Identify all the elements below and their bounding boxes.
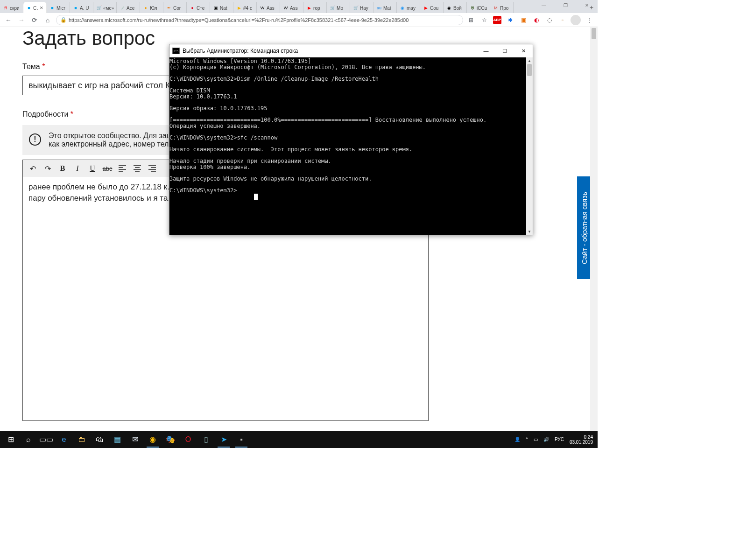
- bold-button[interactable]: B: [56, 162, 70, 175]
- taskbar-opera[interactable]: O: [179, 432, 197, 448]
- browser-tab[interactable]: ■A. U: [70, 2, 93, 13]
- taskbar-start[interactable]: ⊞: [2, 432, 20, 448]
- page-scrollbar[interactable]: [590, 27, 598, 431]
- people-icon[interactable]: 👤: [514, 437, 520, 442]
- cmd-maximize-button[interactable]: ☐: [495, 44, 514, 57]
- browser-tab[interactable]: ■С…✕: [23, 2, 47, 13]
- redo-button[interactable]: ↷: [41, 162, 55, 175]
- taskbar-explorer[interactable]: 🗀: [73, 432, 91, 448]
- window-controls: — ❐ ✕: [533, 0, 598, 10]
- browser-tab[interactable]: 🛒Мо: [327, 2, 350, 13]
- address-bar[interactable]: 🔒 https://answers.microsoft.com/ru-ru/ne…: [56, 15, 463, 25]
- scroll-up-icon[interactable]: ▲: [526, 57, 533, 64]
- taskbar-chrome[interactable]: ◉: [144, 432, 162, 448]
- browser-tab[interactable]: ⛨iCCu: [467, 2, 490, 13]
- back-button[interactable]: ←: [4, 15, 13, 25]
- tab-label: Micr: [56, 6, 68, 11]
- browser-tab[interactable]: ▶гор: [303, 2, 327, 13]
- tab-close-icon[interactable]: ✕: [40, 6, 44, 10]
- taskbar-search[interactable]: ⌕: [20, 432, 37, 448]
- taskbar-store[interactable]: 🛍: [91, 432, 108, 448]
- favicon: au: [376, 5, 382, 11]
- tab-label: iCCu: [477, 6, 488, 11]
- cmd-output[interactable]: Microsoft Windows [Version 10.0.17763.19…: [169, 57, 533, 235]
- ext5-icon[interactable]: ◌: [545, 16, 554, 24]
- align-right-button[interactable]: [145, 162, 159, 175]
- language-indicator[interactable]: РУС: [555, 437, 564, 442]
- star-icon[interactable]: ☆: [480, 16, 488, 24]
- taskbar-obs[interactable]: 🎭: [162, 432, 179, 448]
- browser-tab[interactable]: WAss: [280, 2, 303, 13]
- extension-icons: ⊞☆ABP✱▣◐◌▫: [467, 16, 567, 24]
- ext3-icon[interactable]: ▣: [519, 16, 528, 24]
- browser-tab[interactable]: ◉Вой: [444, 2, 467, 13]
- forward-button[interactable]: →: [17, 15, 26, 25]
- browser-tab[interactable]: 🛒«мс»: [93, 2, 117, 13]
- ublock-icon[interactable]: ◐: [532, 16, 541, 24]
- clock[interactable]: 0:24 03.01.2019: [570, 434, 593, 445]
- browser-tab[interactable]: ■Micr: [47, 2, 70, 13]
- minimize-button[interactable]: —: [533, 0, 555, 10]
- cmd-close-button[interactable]: ✕: [514, 44, 533, 57]
- italic-button[interactable]: I: [70, 162, 85, 175]
- align-left-button[interactable]: [115, 162, 129, 175]
- favicon: M: [493, 5, 499, 11]
- taskbar-app1[interactable]: ▯: [197, 432, 215, 448]
- browser-titlebar: Яскри■С…✕■Micr■A. U🛒«мс»⟋Ace●Юл✒Cor●Сте▣…: [0, 0, 598, 13]
- ext2-icon[interactable]: ✱: [506, 16, 514, 24]
- browser-tab[interactable]: 🛒Нау: [350, 2, 374, 13]
- network-icon[interactable]: ▭: [534, 437, 538, 442]
- ext6-icon[interactable]: ▫: [558, 16, 567, 24]
- tray-overflow-icon[interactable]: ˄: [526, 437, 528, 442]
- favicon: 🛒: [353, 5, 359, 11]
- taskbar-telegram[interactable]: ➤: [215, 432, 233, 448]
- browser-tab[interactable]: ▣Nat: [210, 2, 233, 13]
- taskbar-calc[interactable]: ▤: [108, 432, 126, 448]
- volume-icon[interactable]: 🔊: [543, 437, 549, 442]
- zoom-icon[interactable]: ⊞: [467, 16, 475, 24]
- undo-button[interactable]: ↶: [26, 162, 40, 175]
- cmd-titlebar[interactable]: C:\ Выбрать Администратор: Командная стр…: [169, 44, 533, 57]
- favicon: ●: [143, 5, 148, 11]
- taskbar-taskview[interactable]: ▭▭: [37, 432, 55, 448]
- taskbar-edge[interactable]: e: [55, 432, 73, 448]
- tab-label: Сте: [197, 6, 208, 11]
- browser-tab[interactable]: ◉may: [397, 2, 420, 13]
- secure-lock-icon: 🔒: [60, 17, 67, 23]
- close-button[interactable]: ✕: [576, 0, 598, 10]
- cmd-minimize-button[interactable]: —: [477, 44, 495, 57]
- scroll-down-icon[interactable]: ▼: [526, 228, 533, 235]
- browser-tab[interactable]: MПро: [490, 2, 514, 13]
- maximize-button[interactable]: ❐: [555, 0, 576, 10]
- browser-tab[interactable]: WAss: [257, 2, 280, 13]
- taskbar-mail[interactable]: ✉: [126, 432, 144, 448]
- browser-tab[interactable]: ▶#4 c: [233, 2, 257, 13]
- align-center-button[interactable]: [130, 162, 144, 175]
- taskbar-items: ⊞⌕▭▭e🗀🛍▤✉◉🎭O▯➤▪: [2, 432, 250, 448]
- favicon: ▶: [306, 5, 312, 11]
- menu-button[interactable]: ⋮: [585, 15, 594, 25]
- cmd-scrollbar[interactable]: ▲ ▼: [526, 57, 533, 235]
- strike-button[interactable]: abc: [100, 162, 114, 175]
- tab-label: «мс»: [103, 6, 114, 11]
- browser-tab[interactable]: ●Сте: [187, 2, 210, 13]
- browser-tab[interactable]: auMai: [374, 2, 397, 13]
- home-button[interactable]: ⌂: [43, 15, 52, 25]
- reload-button[interactable]: ⟳: [30, 15, 39, 25]
- favicon: 🛒: [96, 5, 102, 11]
- browser-tab[interactable]: ✒Cor: [163, 2, 187, 13]
- scroll-thumb[interactable]: [527, 64, 532, 76]
- profile-avatar[interactable]: [571, 15, 581, 25]
- feedback-tab[interactable]: Сайт - обратная связь: [577, 176, 591, 279]
- browser-toolbar: ← → ⟳ ⌂ 🔒 https://answers.microsoft.com/…: [0, 13, 598, 27]
- tab-label: гор: [313, 6, 324, 11]
- abp-icon[interactable]: ABP: [493, 16, 501, 24]
- browser-tab[interactable]: Яскри: [0, 2, 23, 13]
- taskbar-cmd[interactable]: ▪: [233, 432, 250, 448]
- browser-tab[interactable]: ●Юл: [140, 2, 163, 13]
- tab-label: Про: [500, 6, 511, 11]
- browser-tab[interactable]: ⟋Ace: [117, 2, 140, 13]
- browser-tab[interactable]: ▶Cou: [420, 2, 444, 13]
- favicon: ⟋: [120, 5, 125, 11]
- underline-button[interactable]: U: [85, 162, 99, 175]
